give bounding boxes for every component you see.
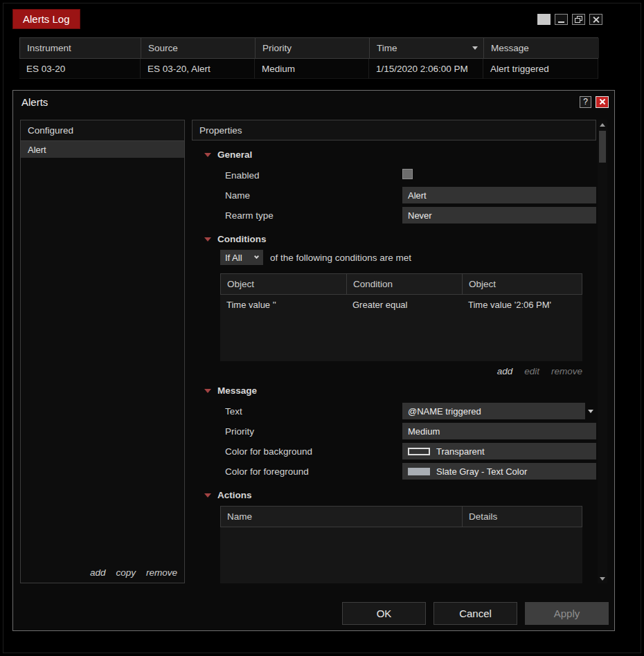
scroll-up-icon xyxy=(600,123,605,127)
minimize-button[interactable] xyxy=(555,14,568,25)
actions-table: Name Details xyxy=(220,506,582,583)
scroll-down-button[interactable] xyxy=(598,574,607,583)
foreground-color-label: Color for foreground xyxy=(225,466,309,477)
condition-cell-object1: Time value '' xyxy=(220,295,346,314)
gray-swatch-icon xyxy=(408,468,430,475)
condition-remove-link[interactable]: remove xyxy=(551,366,582,376)
alerts-dialog: Alerts ? Configured Alert add copy remov… xyxy=(12,90,615,631)
configured-copy-link[interactable]: copy xyxy=(116,567,136,578)
scroll-up-button[interactable] xyxy=(598,120,607,129)
conditions-table-body: Time value '' Greater equal Time value '… xyxy=(220,295,582,361)
priority-value: Medium xyxy=(408,426,440,437)
scrollbar-thumb[interactable] xyxy=(599,131,606,163)
name-input[interactable]: Alert xyxy=(402,187,596,203)
condition-add-link[interactable]: add xyxy=(497,366,513,376)
properties-panel: Properties General Enabled Name Alert Re… xyxy=(192,120,596,583)
foreground-color-value: Slate Gray - Text Color xyxy=(436,466,527,477)
ok-button[interactable]: OK xyxy=(342,602,426,625)
close-button[interactable] xyxy=(589,14,602,25)
conditions-table-header: Object Condition Object xyxy=(220,273,582,295)
match-mode-dropdown[interactable]: If All xyxy=(220,250,263,265)
column-header-instrument[interactable]: Instrument xyxy=(20,38,141,58)
section-actions-title: Actions xyxy=(217,490,252,500)
transparent-swatch-icon xyxy=(408,448,430,455)
background-color-content: Transparent xyxy=(408,446,485,457)
cancel-button[interactable]: Cancel xyxy=(433,602,517,625)
priority-label: Priority xyxy=(225,426,254,437)
conditions-column-object1: Object xyxy=(221,274,347,294)
actions-column-name: Name xyxy=(221,507,463,527)
priority-dropdown[interactable]: Medium xyxy=(402,423,596,439)
column-header-message[interactable]: Message xyxy=(484,38,599,58)
message-text-label: Text xyxy=(225,406,242,417)
enabled-checkbox[interactable] xyxy=(402,169,413,179)
rearm-label: Rearm type xyxy=(225,210,274,221)
log-cell-message: Alert triggered xyxy=(483,59,598,79)
message-text-row: Text @NAME triggered xyxy=(192,401,596,421)
foreground-color-row: Color for foreground Slate Gray - Text C… xyxy=(192,462,596,481)
configured-header: Configured xyxy=(21,120,184,141)
configured-links: add copy remove xyxy=(21,563,184,583)
rearm-row: Rearm type Never xyxy=(192,206,596,225)
configured-add-link[interactable]: add xyxy=(90,567,106,578)
condition-cell-object2: Time value '2:06 PM' xyxy=(462,295,581,314)
alerts-log-table: Instrument Source Priority Time Message … xyxy=(19,37,598,79)
dialog-buttons: OK Cancel Apply xyxy=(342,602,609,625)
rearm-dropdown[interactable]: Never xyxy=(402,207,596,224)
collapse-message-icon[interactable] xyxy=(204,389,211,393)
match-text: of the following conditions are met xyxy=(270,253,411,263)
match-mode-value: If All xyxy=(225,253,242,263)
foreground-color-dropdown[interactable]: Slate Gray - Text Color xyxy=(402,463,596,480)
enabled-label: Enabled xyxy=(225,170,260,181)
conditions-match-row: If All of the following conditions are m… xyxy=(220,250,596,265)
column-header-source[interactable]: Source xyxy=(141,38,256,58)
conditions-links: add edit remove xyxy=(192,366,582,376)
properties-header: Properties xyxy=(192,120,596,140)
column-header-time[interactable]: Time xyxy=(370,38,484,58)
dialog-titlebar[interactable]: Alerts ? xyxy=(13,91,614,113)
column-header-time-label: Time xyxy=(377,43,397,53)
dialog-close-icon xyxy=(600,99,605,104)
message-text-dropdown-button[interactable] xyxy=(585,403,596,419)
sort-arrow-icon xyxy=(472,46,478,50)
alerts-log-row[interactable]: ES 03-20 ES 03-20, Alert Medium 1/15/202… xyxy=(19,59,598,79)
background-color-dropdown[interactable]: Transparent xyxy=(402,443,596,459)
background-color-value: Transparent xyxy=(436,446,485,457)
restore-icon xyxy=(575,16,582,23)
conditions-column-object2: Object xyxy=(463,274,582,294)
dialog-title: Alerts xyxy=(21,96,48,108)
alerts-log-table-header: Instrument Source Priority Time Message xyxy=(19,37,598,59)
column-header-priority[interactable]: Priority xyxy=(256,38,370,58)
background-color-row: Color for background Transparent xyxy=(192,441,596,461)
background-color-label: Color for background xyxy=(225,446,312,457)
window-style-button[interactable] xyxy=(537,14,551,25)
apply-button[interactable]: Apply xyxy=(525,602,609,625)
name-row: Name Alert xyxy=(192,185,596,205)
priority-row: Priority Medium xyxy=(192,421,596,441)
minimize-icon xyxy=(558,21,564,23)
foreground-color-content: Slate Gray - Text Color xyxy=(408,466,527,477)
configured-remove-link[interactable]: remove xyxy=(146,567,177,578)
dropdown-arrow-icon xyxy=(588,410,593,413)
section-general-title: General xyxy=(217,149,252,160)
alerts-log-title: Alerts Log xyxy=(12,9,80,29)
collapse-general-icon[interactable] xyxy=(204,153,211,157)
log-cell-source: ES 03-20, Alert xyxy=(141,59,255,79)
maximize-button[interactable] xyxy=(572,14,585,25)
condition-row[interactable]: Time value '' Greater equal Time value '… xyxy=(220,295,582,314)
collapse-actions-icon[interactable] xyxy=(204,493,211,498)
properties-scrollbar[interactable] xyxy=(598,120,607,583)
collapse-conditions-icon[interactable] xyxy=(204,237,211,242)
condition-edit-link[interactable]: edit xyxy=(524,366,539,376)
help-button[interactable]: ? xyxy=(580,96,591,108)
section-conditions-title: Conditions xyxy=(217,234,267,244)
message-text-input[interactable]: @NAME triggered xyxy=(402,403,585,419)
enabled-row: Enabled xyxy=(192,165,596,185)
chevron-down-icon xyxy=(254,254,259,259)
configured-item-alert[interactable]: Alert xyxy=(21,141,184,158)
message-text-combo: @NAME triggered xyxy=(402,403,596,419)
section-message-title: Message xyxy=(217,385,257,396)
configured-panel: Configured Alert add copy remove xyxy=(20,120,185,583)
scroll-down-icon xyxy=(600,577,605,581)
dialog-close-button[interactable] xyxy=(596,96,609,108)
